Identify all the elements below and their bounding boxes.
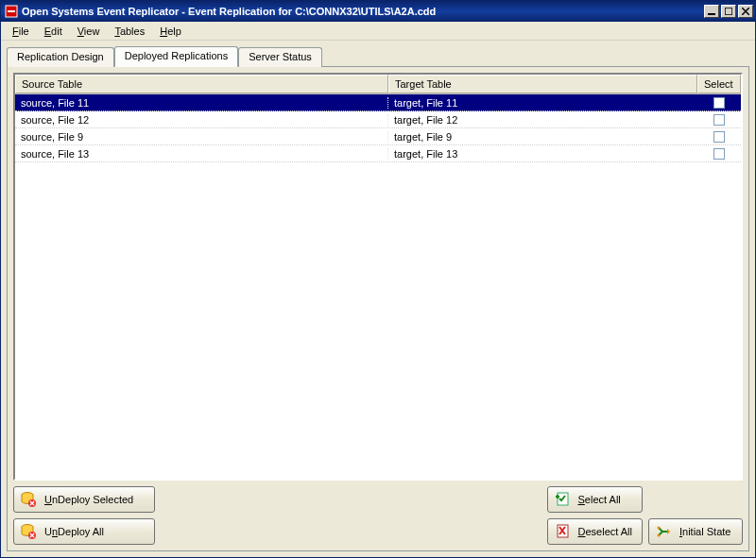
tab-replication-design[interactable]: Replication Design — [7, 47, 114, 67]
cell-source: source, File 11 — [15, 97, 388, 109]
cell-source: source, File 9 — [15, 131, 388, 143]
cell-select — [697, 97, 741, 109]
col-header-target[interactable]: Target Table — [388, 75, 697, 93]
select-all-icon — [554, 491, 571, 508]
undeploy-selected-button[interactable]: UnDeploy Selected — [13, 486, 155, 513]
window-title: Open Systems Event Replicator - Event Re… — [22, 6, 700, 17]
menubar: File Edit View Tables Help — [1, 22, 755, 41]
window-controls — [704, 5, 753, 18]
button-group-left: UnDeploy Selected UnDeploy All — [13, 486, 155, 545]
svg-rect-3 — [725, 8, 732, 15]
deselect-all-button[interactable]: Deselect All — [547, 518, 643, 545]
row-select-checkbox[interactable] — [713, 114, 725, 126]
table-row[interactable]: source, File 13target, File 13 — [15, 145, 741, 162]
tabpanel-deployed-replications: Source Table Target Table Select source,… — [7, 66, 749, 551]
undeploy-all-button[interactable]: UnDeploy All — [13, 518, 155, 545]
cell-select — [697, 131, 741, 143]
svg-point-13 — [658, 534, 661, 537]
row-select-checkbox[interactable] — [713, 148, 725, 160]
database-remove-icon — [20, 523, 37, 540]
deselect-all-icon — [554, 523, 571, 540]
svg-rect-1 — [8, 10, 15, 12]
col-header-select[interactable]: Select — [697, 75, 741, 93]
initial-state-icon — [655, 523, 672, 540]
cell-target: target, File 12 — [388, 114, 697, 126]
cell-source: source, File 12 — [15, 114, 388, 126]
col-header-source[interactable]: Source Table — [15, 75, 388, 93]
cell-select — [697, 114, 741, 126]
replications-grid: Source Table Target Table Select source,… — [13, 73, 743, 481]
tabstrip: Replication Design Deployed Replications… — [1, 41, 755, 66]
app-icon — [5, 5, 18, 18]
button-group-select: Select All Deselect All — [547, 486, 643, 545]
table-row[interactable]: source, File 12target, File 12 — [15, 111, 741, 128]
cell-target: target, File 11 — [388, 97, 697, 109]
tab-server-status[interactable]: Server Status — [238, 47, 322, 67]
menu-view[interactable]: View — [70, 24, 108, 39]
grid-body[interactable]: source, File 11target, File 11source, Fi… — [15, 94, 741, 479]
menu-edit[interactable]: Edit — [37, 24, 70, 39]
select-all-button[interactable]: Select All — [547, 486, 643, 513]
cell-select — [697, 148, 741, 160]
table-row[interactable]: source, File 9target, File 9 — [15, 128, 741, 145]
close-button[interactable] — [738, 5, 753, 18]
svg-point-12 — [658, 527, 661, 530]
table-row[interactable]: source, File 11target, File 11 — [15, 94, 741, 111]
cell-source: source, File 13 — [15, 148, 388, 160]
maximize-button[interactable] — [721, 5, 736, 18]
initial-state-button[interactable]: Initial State — [648, 518, 743, 545]
row-select-checkbox[interactable] — [713, 97, 725, 109]
tab-deployed-replications[interactable]: Deployed Replications — [114, 46, 238, 67]
button-row: UnDeploy Selected UnDeploy All — [13, 481, 743, 545]
database-remove-icon — [20, 491, 37, 508]
svg-rect-2 — [708, 13, 715, 15]
menu-help[interactable]: Help — [152, 24, 189, 39]
cell-target: target, File 13 — [388, 148, 697, 160]
app-window: Open Systems Event Replicator - Event Re… — [0, 0, 756, 558]
menu-tables[interactable]: Tables — [107, 24, 152, 39]
grid-header: Source Table Target Table Select — [15, 75, 741, 94]
menu-file[interactable]: File — [5, 24, 37, 39]
minimize-button[interactable] — [704, 5, 719, 18]
titlebar: Open Systems Event Replicator - Event Re… — [1, 1, 755, 22]
row-select-checkbox[interactable] — [713, 131, 725, 143]
button-group-right: Select All Deselect All — [547, 486, 743, 545]
cell-target: target, File 9 — [388, 131, 697, 143]
